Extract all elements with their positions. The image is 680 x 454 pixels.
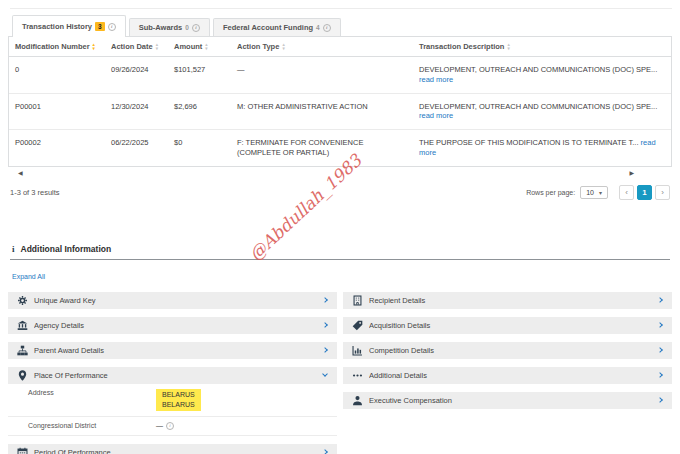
sort-icon[interactable]: ▴▾ <box>156 43 158 51</box>
table-row: P00002 06/22/2025 $0 F: TERMINATE FOR CO… <box>9 130 671 166</box>
accordion-acquisition-details: Acquisition Details <box>343 317 672 334</box>
accordion-period-of-performance: Period Of Performance <box>8 444 337 454</box>
cell-amount: $0 <box>168 130 231 166</box>
chevron-right-icon <box>657 372 663 378</box>
accordion-header[interactable]: Place Of Performance <box>8 367 337 384</box>
col-header-amount[interactable]: Amount ▴▾ <box>168 37 231 56</box>
accordion-unique-award-key: Unique Award Key <box>8 292 337 309</box>
chevron-right-icon <box>322 297 328 303</box>
cell-modification-number: P00001 <box>9 94 105 130</box>
accordion-label: Executive Compensation <box>369 396 658 405</box>
accordion-header[interactable]: Additional Details <box>343 367 672 384</box>
prev-page-button[interactable]: ‹ <box>619 185 634 200</box>
building-icon <box>351 295 363 306</box>
congressional-district-row: Congressional District — i <box>8 417 337 436</box>
accordion-label: Period Of Performance <box>34 448 323 454</box>
sort-icon[interactable]: ▴▾ <box>507 43 509 51</box>
tab-label: Sub-Awards <box>139 23 183 32</box>
person-icon <box>351 395 363 406</box>
pagination-bar: 1-3 of 3 results Rows per page: 10 ▾ ‹ 1… <box>8 185 672 200</box>
rows-per-page-label: Rows per page: <box>526 189 575 196</box>
accordion-label: Recipient Details <box>369 296 658 305</box>
info-icon[interactable]: i <box>108 23 116 31</box>
info-icon[interactable]: i <box>323 24 331 32</box>
chevron-right-icon <box>657 397 663 403</box>
accordion-header[interactable]: Unique Award Key <box>8 292 337 309</box>
info-icon[interactable]: i <box>192 24 200 32</box>
accordion-header[interactable]: Executive Compensation <box>343 392 672 409</box>
left-column: Unique Award Key Agency Details <box>8 292 337 454</box>
accordion-label: Place Of Performance <box>34 371 323 380</box>
chevron-right-icon <box>657 322 663 328</box>
rows-per-page-select[interactable]: 10 ▾ <box>580 186 608 199</box>
calendar-icon <box>16 447 28 454</box>
next-page-button[interactable]: › <box>655 185 670 200</box>
read-more-link[interactable]: read more <box>419 75 453 84</box>
tab-label: Transaction History <box>22 22 92 31</box>
cell-amount: $2,696 <box>168 94 231 130</box>
address-row: Address BELARUS BELARUS <box>8 384 337 417</box>
accordion-label: Parent Award Details <box>34 346 323 355</box>
page-1-button[interactable]: 1 <box>637 185 652 200</box>
tab-federal-account-funding[interactable]: Federal Account Funding 4 i <box>213 18 341 36</box>
cell-amount: $101,527 <box>168 57 231 93</box>
col-header-modification-number[interactable]: Modification Number ▴▾ <box>9 37 105 56</box>
accordion-header[interactable]: Recipient Details <box>343 292 672 309</box>
address-label: Address <box>8 389 156 396</box>
expand-all-link[interactable]: Expand All <box>12 273 45 280</box>
scroll-left-icon[interactable]: ◀ <box>18 169 23 176</box>
table-header-row: Modification Number ▴▾ Action Date ▴▾ Am… <box>9 37 671 57</box>
cell-modification-number: P00002 <box>9 130 105 166</box>
accordion-columns: Unique Award Key Agency Details <box>8 292 672 454</box>
address-value: BELARUS BELARUS <box>156 389 201 411</box>
sort-icon[interactable]: ▴▾ <box>205 43 207 51</box>
scroll-right-icon[interactable]: ▶ <box>629 169 634 176</box>
accordion-competition-details: Competition Details <box>343 342 672 359</box>
accordion-label: Unique Award Key <box>34 296 323 305</box>
chevron-right-icon <box>322 322 328 328</box>
additional-information-heading: i Additional Information <box>10 244 670 260</box>
chevron-right-icon <box>657 297 663 303</box>
cell-modification-number: 0 <box>9 57 105 93</box>
tab-transaction-history[interactable]: Transaction History 3 i <box>12 15 126 37</box>
tag-icon <box>351 320 363 331</box>
ellipsis-icon <box>351 370 363 381</box>
table-row: 0 09/26/2024 $101,527 — DEVELOPMENT, OUT… <box>9 57 671 94</box>
bank-icon <box>16 320 28 331</box>
accordion-label: Competition Details <box>369 346 658 355</box>
read-more-link[interactable]: read more <box>419 111 453 120</box>
tab-sub-awards[interactable]: Sub-Awards 0 i <box>129 18 210 36</box>
highlighted-address: BELARUS BELARUS <box>156 389 201 411</box>
col-header-transaction-description[interactable]: Transaction Description ▴▾ <box>413 37 671 56</box>
cell-action-type: M: OTHER ADMINISTRATIVE ACTION <box>231 94 413 130</box>
cell-action-date: 12/30/2024 <box>105 94 168 130</box>
accordion-header[interactable]: Parent Award Details <box>8 342 337 359</box>
col-header-action-type[interactable]: Action Type ▴▾ <box>231 37 413 56</box>
cell-action-date: 09/26/2024 <box>105 57 168 93</box>
accordion-header[interactable]: Competition Details <box>343 342 672 359</box>
horizontal-scrollbar: ◀ ▶ <box>18 169 634 176</box>
sort-icon[interactable]: ▴▾ <box>93 43 95 51</box>
tab-count-badge: 3 <box>95 22 105 31</box>
cell-action-type: — <box>231 57 413 93</box>
col-header-action-date[interactable]: Action Date ▴▾ <box>105 37 168 56</box>
chevron-right-icon <box>657 347 663 353</box>
right-column: Recipient Details Acquisition Details <box>343 292 672 454</box>
info-icon[interactable]: i <box>166 422 174 430</box>
tab-label: Federal Account Funding <box>223 23 313 32</box>
results-count: 1-3 of 3 results <box>10 188 60 197</box>
accordion-header[interactable]: Acquisition Details <box>343 317 672 334</box>
accordion-additional-details: Additional Details <box>343 367 672 384</box>
accordion-recipient-details: Recipient Details <box>343 292 672 309</box>
chevron-right-icon <box>322 347 328 353</box>
accordion-header[interactable]: Agency Details <box>8 317 337 334</box>
accordion-place-of-performance: Place Of Performance Address BELARUS BEL… <box>8 367 337 436</box>
accordion-executive-compensation: Executive Compensation <box>343 392 672 409</box>
cell-transaction-description: DEVELOPMENT, OUTREACH AND COMMUNICATIONS… <box>413 57 671 93</box>
sort-icon[interactable]: ▴▾ <box>282 43 284 51</box>
pagination-controls: Rows per page: 10 ▾ ‹ 1 › <box>526 185 670 200</box>
accordion-parent-award-details: Parent Award Details <box>8 342 337 359</box>
award-page: Transaction History 3 i Sub-Awards 0 i F… <box>0 0 680 454</box>
accordion-header[interactable]: Period Of Performance <box>8 444 337 454</box>
map-marker-icon <box>16 370 28 381</box>
